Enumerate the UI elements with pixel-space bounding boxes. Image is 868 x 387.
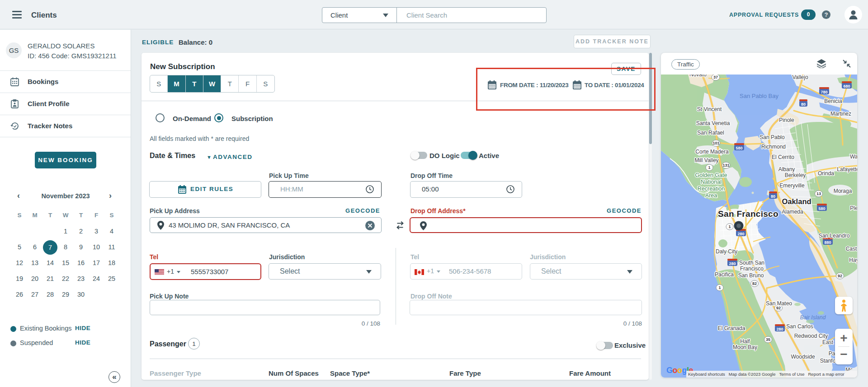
svg-text:Stanfo: Stanfo [820, 358, 836, 364]
svg-text:San Mateo: San Mateo [766, 300, 792, 307]
svg-text:92: 92 [838, 274, 842, 278]
svg-text:Woodside: Woodside [791, 354, 815, 360]
svg-text:880: 880 [824, 240, 831, 245]
svg-text:St Vincent: St Vincent [697, 106, 722, 112]
svg-text:1: 1 [708, 165, 710, 170]
svg-text:35: 35 [766, 337, 770, 342]
svg-text:Hay: Hay [849, 257, 857, 263]
svg-text:Pinole: Pinole [779, 117, 794, 123]
svg-text:Castr: Castr [846, 246, 857, 252]
svg-text:Daly City: Daly City [716, 248, 737, 255]
svg-text:37: 37 [713, 75, 718, 79]
svg-text:Richmond: Richmond [761, 144, 786, 150]
svg-text:South San: South San [739, 260, 764, 266]
svg-text:Golden Gate: Golden Gate [695, 172, 727, 178]
svg-text:Lafayette: Lafayette [837, 166, 857, 173]
svg-text:Pa: Pa [829, 350, 835, 357]
svg-text:580: 580 [818, 206, 825, 211]
svg-text:680: 680 [843, 84, 850, 89]
svg-text:Orinda: Orinda [818, 170, 834, 177]
svg-text:1: 1 [718, 285, 721, 290]
svg-text:Benicia: Benicia [824, 98, 842, 104]
svg-text:Bair Island: Bair Island [800, 314, 826, 321]
svg-text:Vallejo: Vallejo [792, 75, 808, 80]
svg-text:San Carlos: San Carlos [786, 323, 813, 330]
svg-text:San Pablo Bay: San Pablo Bay [740, 93, 779, 99]
svg-text:Ple: Ple [850, 205, 857, 211]
svg-text:El Cerrito: El Cerrito [772, 154, 794, 160]
svg-text:131: 131 [722, 163, 729, 168]
svg-text:East: East [822, 339, 834, 345]
svg-text:San Francisco: San Francisco [718, 209, 778, 219]
svg-text:80: 80 [801, 102, 806, 107]
svg-text:780: 780 [821, 90, 827, 94]
svg-text:San Rafael: San Rafael [697, 130, 724, 136]
svg-text:Santa Venetia: Santa Venetia [696, 120, 730, 126]
svg-text:National: National [701, 179, 722, 185]
svg-text:San Bruno: San Bruno [738, 272, 764, 279]
svg-text:Wal: Wal [850, 154, 857, 160]
svg-text:82: 82 [752, 281, 757, 286]
svg-text:Oakland: Oakland [782, 197, 811, 205]
svg-text:Mill Valley: Mill Valley [694, 157, 718, 163]
svg-text:1: 1 [728, 224, 731, 229]
svg-text:13: 13 [816, 191, 821, 196]
svg-text:Alameda: Alameda [782, 209, 803, 215]
svg-text:101: 101 [712, 141, 719, 145]
svg-text:Francisco: Francisco [740, 266, 764, 272]
svg-text:Pacifica: Pacifica [715, 271, 734, 278]
svg-text:Berkeley: Berkeley [785, 172, 806, 178]
svg-text:Recreation: Recreation [698, 186, 725, 192]
svg-text:280: 280 [776, 327, 783, 331]
svg-text:580: 580 [736, 146, 742, 150]
svg-text:Martinez: Martinez [830, 111, 851, 117]
svg-text:Novato: Novato [689, 75, 707, 78]
svg-text:Emeryville: Emeryville [779, 182, 805, 189]
svg-text:El Granada: El Granada [718, 325, 745, 331]
svg-text:280: 280 [737, 232, 744, 236]
svg-text:Albany: Albany [778, 166, 795, 173]
svg-text:Moraga: Moraga [834, 188, 852, 194]
svg-text:Area: Area [705, 192, 717, 199]
svg-text:San Pablo: San Pablo [760, 134, 785, 140]
svg-text:Half: Half [740, 338, 750, 345]
svg-text:San Leandro: San Leandro [819, 233, 850, 239]
svg-text:Moon Bay: Moon Bay [733, 344, 757, 350]
svg-text:Corte Madera: Corte Madera [695, 149, 729, 155]
svg-text:280: 280 [729, 261, 736, 266]
svg-text:Redwood City: Redwood City [794, 333, 828, 339]
svg-text:80: 80 [771, 194, 775, 199]
